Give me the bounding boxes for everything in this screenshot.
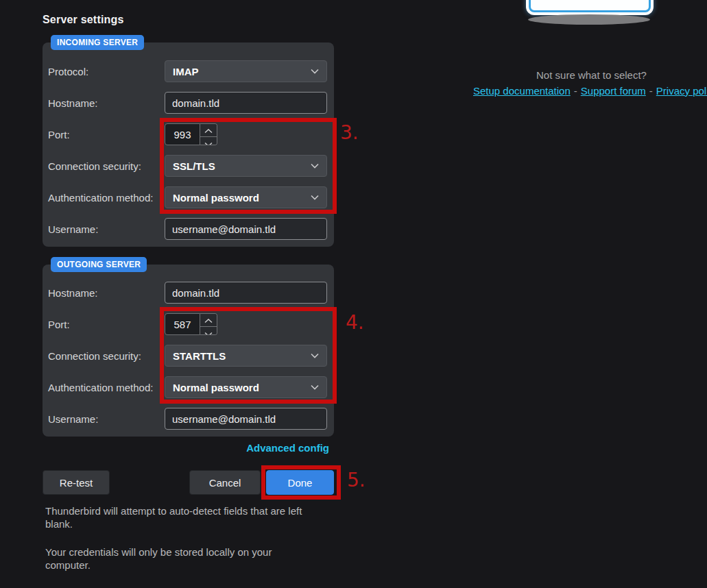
auth-method-row: Authentication method: Normal password xyxy=(48,376,327,398)
incoming-hostname-input[interactable] xyxy=(165,92,327,114)
chevron-down-icon xyxy=(311,195,319,200)
auth-method-label: Authentication method: xyxy=(48,192,165,204)
advanced-config-container: Advanced config xyxy=(43,442,329,454)
connection-security-label: Connection security: xyxy=(48,160,165,172)
port-decrement-button[interactable] xyxy=(200,137,217,145)
incoming-server-badge: INCOMING SERVER xyxy=(51,35,144,50)
device-illustration-shadow xyxy=(528,14,650,25)
auth-method-row: Authentication method: Normal password xyxy=(48,186,327,208)
auth-method-label: Authentication method: xyxy=(48,382,165,393)
port-row: Port: xyxy=(48,313,327,335)
outgoing-security-select[interactable]: STARTTLS xyxy=(165,345,327,367)
help-block: Not sure what to select? Setup documenta… xyxy=(473,69,707,97)
hostname-label: Hostname: xyxy=(48,97,165,109)
setup-documentation-link[interactable]: Setup documentation xyxy=(473,85,571,97)
incoming-auth-select[interactable]: Normal password xyxy=(165,186,327,208)
privacy-policy-link[interactable]: Privacy policy xyxy=(656,85,707,97)
chevron-down-icon xyxy=(311,384,319,390)
incoming-auth-value: Normal password xyxy=(173,192,259,204)
support-forum-link[interactable]: Support forum xyxy=(581,85,646,97)
port-label: Port: xyxy=(48,319,165,330)
port-row: Port: xyxy=(48,123,327,145)
connection-security-label: Connection security: xyxy=(48,350,165,362)
chevron-down-icon xyxy=(311,69,319,74)
retest-button[interactable]: Re-test xyxy=(43,470,110,495)
incoming-port-spinner xyxy=(165,123,218,145)
chevron-down-icon xyxy=(204,137,213,145)
device-illustration-screen xyxy=(529,0,651,12)
chevron-down-icon xyxy=(311,163,319,169)
help-links: Setup documentation-Support forum-Privac… xyxy=(473,85,707,97)
username-label: Username: xyxy=(48,413,165,425)
hostname-row: Hostname: xyxy=(48,282,327,304)
outgoing-server-panel: OUTGOING SERVER Hostname: Port: xyxy=(43,265,334,437)
username-row: Username: xyxy=(48,218,327,240)
annotation-number-5: 5. xyxy=(347,469,366,491)
notes: Thunderbird will attempt to auto-detect … xyxy=(45,504,314,587)
advanced-config-link[interactable]: Advanced config xyxy=(246,442,329,454)
port-increment-button[interactable] xyxy=(200,124,217,137)
outgoing-username-input[interactable] xyxy=(165,408,327,430)
port-label: Port: xyxy=(48,129,165,140)
connection-security-row: Connection security: STARTTLS xyxy=(48,345,327,367)
username-label: Username: xyxy=(48,223,165,235)
chevron-down-icon xyxy=(311,353,319,358)
link-separator: - xyxy=(649,85,653,97)
outgoing-hostname-input[interactable] xyxy=(165,282,327,304)
outgoing-port-input[interactable] xyxy=(165,313,200,335)
link-separator: - xyxy=(574,85,577,97)
chevron-down-icon xyxy=(204,327,213,335)
connection-security-row: Connection security: SSL/TLS xyxy=(48,155,327,177)
incoming-security-value: SSL/TLS xyxy=(173,160,215,172)
port-increment-button[interactable] xyxy=(200,314,217,327)
chevron-up-icon xyxy=(204,314,213,326)
outgoing-auth-value: Normal password xyxy=(173,382,259,393)
outgoing-security-value: STARTTLS xyxy=(173,350,226,362)
protocol-row: Protocol: IMAP xyxy=(48,60,327,82)
done-button[interactable]: Done xyxy=(266,470,334,495)
annotation-number-4: 4. xyxy=(346,311,364,334)
page-title: Server settings xyxy=(43,14,124,26)
protocol-value: IMAP xyxy=(173,66,199,77)
outgoing-auth-select[interactable]: Normal password xyxy=(165,376,327,398)
incoming-security-select[interactable]: SSL/TLS xyxy=(165,155,327,177)
note-autodetect: Thunderbird will attempt to auto-detect … xyxy=(45,504,314,530)
help-heading: Not sure what to select? xyxy=(473,69,707,81)
cancel-button[interactable]: Cancel xyxy=(189,470,261,495)
chevron-up-icon xyxy=(204,124,213,136)
incoming-username-input[interactable] xyxy=(165,218,327,240)
protocol-label: Protocol: xyxy=(48,66,165,77)
outgoing-port-spinner xyxy=(165,313,218,335)
hostname-label: Hostname: xyxy=(48,287,165,299)
protocol-select[interactable]: IMAP xyxy=(165,60,327,82)
annotation-number-3: 3. xyxy=(340,121,359,144)
port-decrement-button[interactable] xyxy=(200,327,217,335)
incoming-port-input[interactable] xyxy=(165,123,200,145)
outgoing-server-badge: OUTGOING SERVER xyxy=(51,257,147,272)
hostname-row: Hostname: xyxy=(48,92,327,114)
username-row: Username: xyxy=(48,408,327,430)
device-illustration xyxy=(526,0,654,15)
note-credentials: Your credentials will only be stored loc… xyxy=(45,546,314,572)
incoming-server-panel: INCOMING SERVER Protocol: IMAP Hostname:… xyxy=(43,42,334,247)
